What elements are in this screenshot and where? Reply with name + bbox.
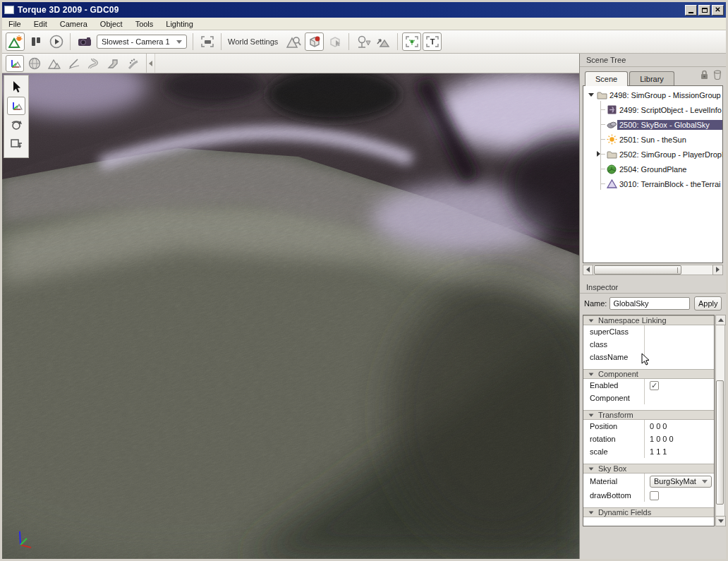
tree-item[interactable]: 2501: Sun - theSun bbox=[583, 132, 722, 147]
screenshot-button[interactable] bbox=[198, 32, 217, 51]
expander-open-icon[interactable] bbox=[588, 93, 594, 97]
camera-icon bbox=[78, 37, 92, 47]
particle-tool-button[interactable] bbox=[402, 32, 421, 51]
section-header[interactable]: Component bbox=[583, 369, 714, 379]
mountains-icon bbox=[47, 57, 61, 70]
inspector-vertical-scrollbar[interactable] bbox=[715, 315, 725, 526]
title-bar[interactable]: Torque 3D 2009 - GDC09 ✕ bbox=[2, 2, 726, 18]
section-header[interactable]: Sky Box bbox=[583, 464, 714, 473]
property-value[interactable]: 0 0 0 bbox=[644, 420, 714, 433]
script-object-icon bbox=[606, 104, 617, 116]
chevron-down-icon bbox=[589, 414, 594, 416]
section-header[interactable]: Transform bbox=[583, 410, 714, 420]
object-mode-button[interactable] bbox=[305, 32, 324, 51]
maximize-icon bbox=[702, 8, 708, 13]
globe-tool-button[interactable] bbox=[25, 55, 44, 72]
tree-item[interactable]: 2502: SimGroup - PlayerDropP bbox=[583, 147, 722, 162]
property-row[interactable]: superClass bbox=[583, 325, 714, 338]
property-value[interactable]: 1 1 1 bbox=[644, 445, 714, 458]
scroll-left-button[interactable] bbox=[583, 265, 593, 275]
tree-horizontal-scrollbar[interactable] bbox=[583, 264, 723, 275]
property-row[interactable]: Enabled✓ bbox=[583, 379, 714, 392]
svg-text:T: T bbox=[430, 37, 435, 46]
close-button[interactable]: ✕ bbox=[712, 5, 724, 16]
drawbottom-checkbox[interactable] bbox=[650, 491, 659, 500]
brush-tool-button[interactable] bbox=[65, 55, 83, 72]
menu-bar: File Edit Camera Object Tools Lighting bbox=[2, 18, 726, 30]
brush-icon bbox=[67, 57, 81, 70]
scroll-right-button[interactable] bbox=[712, 265, 723, 275]
select-tool-button[interactable] bbox=[7, 78, 25, 96]
terrain-inspect-button[interactable] bbox=[284, 32, 303, 51]
cube-select-button[interactable] bbox=[325, 32, 344, 51]
tree-item[interactable]: 3010: TerrainBlock - theTerrai bbox=[583, 176, 722, 191]
property-value[interactable]: 1 0 0 0 bbox=[644, 433, 714, 445]
property-row[interactable]: Position0 0 0 bbox=[583, 420, 714, 433]
menu-tools[interactable]: Tools bbox=[129, 19, 160, 29]
river-tool-button[interactable] bbox=[85, 55, 103, 72]
scroll-up-button[interactable] bbox=[715, 315, 726, 325]
expander-closed-icon[interactable] bbox=[597, 151, 600, 157]
property-value[interactable] bbox=[644, 338, 714, 351]
minimize-button[interactable] bbox=[685, 5, 697, 16]
scroll-down-button[interactable] bbox=[715, 516, 726, 526]
property-row[interactable]: Material BurgSkyMat bbox=[583, 473, 714, 489]
enabled-checkbox[interactable]: ✓ bbox=[650, 381, 659, 390]
terrain-block-icon bbox=[606, 179, 617, 190]
layout-panels-button[interactable] bbox=[26, 32, 45, 51]
terrain-tool-button[interactable] bbox=[45, 55, 63, 72]
light-tool-button[interactable] bbox=[353, 32, 372, 51]
menu-file[interactable]: File bbox=[2, 19, 28, 29]
menu-lighting[interactable]: Lighting bbox=[159, 19, 200, 29]
menu-camera[interactable]: Camera bbox=[54, 19, 94, 29]
terrain-gizmo-tool-button[interactable] bbox=[7, 97, 25, 115]
move-tool-button[interactable] bbox=[7, 135, 25, 153]
scene-editor-button[interactable] bbox=[6, 32, 25, 51]
name-input[interactable] bbox=[609, 297, 690, 310]
text-tool-button[interactable]: T bbox=[423, 32, 442, 51]
road-tool-button[interactable] bbox=[104, 55, 123, 72]
tool-palette bbox=[4, 75, 29, 158]
toolbar-collapse-button[interactable] bbox=[146, 54, 154, 73]
apply-button[interactable]: Apply bbox=[694, 296, 722, 310]
tab-scene[interactable]: Scene bbox=[585, 71, 628, 86]
property-value[interactable] bbox=[644, 351, 714, 363]
camera-speed-dropdown[interactable]: Slowest - Camera 1 bbox=[97, 35, 187, 49]
property-row[interactable]: drawBottom bbox=[583, 489, 714, 502]
property-row[interactable]: className bbox=[583, 351, 714, 363]
inspector-properties: Namespace Linking superClass class class… bbox=[583, 315, 725, 526]
menu-edit[interactable]: Edit bbox=[28, 19, 54, 29]
camera-button[interactable] bbox=[75, 32, 94, 51]
scrollbar-track[interactable] bbox=[593, 265, 712, 275]
property-value[interactable] bbox=[644, 392, 714, 404]
play-button[interactable] bbox=[47, 32, 66, 51]
lock-icon[interactable] bbox=[700, 70, 709, 80]
maximize-button[interactable] bbox=[698, 5, 710, 16]
tab-library[interactable]: Library bbox=[629, 71, 674, 86]
scrollbar-thumb[interactable] bbox=[594, 265, 681, 275]
property-row[interactable]: class bbox=[583, 338, 714, 351]
property-row[interactable]: rotation1 0 0 0 bbox=[583, 433, 714, 445]
material-dropdown[interactable]: BurgSkyMat bbox=[650, 476, 712, 488]
scrollbar-track[interactable] bbox=[715, 325, 725, 516]
viewport-3d[interactable] bbox=[2, 73, 579, 559]
section-header[interactable]: Namespace Linking bbox=[583, 315, 714, 325]
tree-item[interactable]: 2499: ScriptObject - LevelInfo bbox=[583, 102, 722, 117]
tree-item[interactable]: 2498: SimGroup - MissionGroup bbox=[583, 88, 722, 102]
menu-object[interactable]: Object bbox=[94, 19, 129, 29]
toolbar-separator bbox=[348, 33, 349, 50]
terrain-raise-button[interactable] bbox=[374, 32, 393, 51]
property-row[interactable]: scale1 1 1 bbox=[583, 445, 714, 458]
folder-icon bbox=[606, 149, 617, 160]
section-header[interactable]: Dynamic Fields bbox=[583, 507, 714, 517]
rotate-tool-button[interactable] bbox=[7, 116, 25, 134]
decal-road-tool-button[interactable] bbox=[124, 55, 142, 72]
scrollbar-thumb[interactable] bbox=[716, 380, 724, 505]
property-row[interactable]: Component bbox=[583, 392, 714, 404]
toolbar-separator bbox=[70, 33, 71, 50]
gizmo-tool-button[interactable] bbox=[6, 55, 24, 72]
tree-item[interactable]: 2504: GroundPlane bbox=[583, 162, 722, 176]
trash-icon[interactable] bbox=[713, 70, 722, 80]
tree-item-selected[interactable]: 2500: SkyBox - GlobalSky bbox=[583, 117, 722, 132]
property-value[interactable] bbox=[644, 325, 714, 338]
